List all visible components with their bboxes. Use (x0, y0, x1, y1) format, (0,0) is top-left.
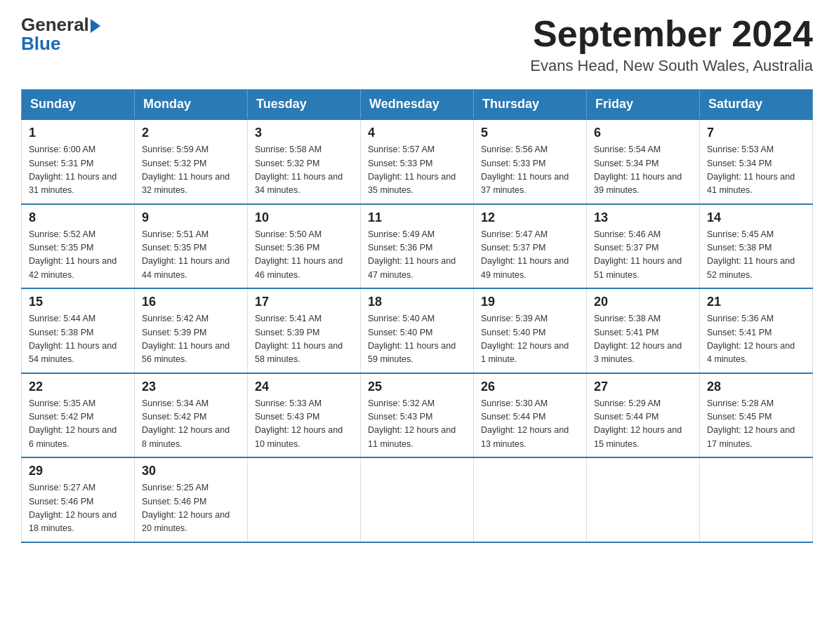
header-saturday: Saturday (700, 90, 813, 120)
day-info: Sunrise: 5:51 AMSunset: 5:35 PMDaylight:… (142, 228, 240, 283)
day-number: 1 (29, 126, 127, 140)
calendar-cell: 11 Sunrise: 5:49 AMSunset: 5:36 PMDaylig… (361, 204, 474, 289)
day-info: Sunrise: 5:58 AMSunset: 5:32 PMDaylight:… (255, 143, 353, 198)
header-thursday: Thursday (474, 90, 587, 120)
day-number: 28 (707, 380, 805, 394)
day-info: Sunrise: 5:34 AMSunset: 5:42 PMDaylight:… (142, 397, 240, 452)
calendar-cell (700, 457, 813, 542)
calendar-cell: 1 Sunrise: 6:00 AMSunset: 5:31 PMDayligh… (22, 119, 135, 204)
day-info: Sunrise: 5:50 AMSunset: 5:36 PMDaylight:… (255, 228, 353, 283)
logo-arrow-icon (91, 19, 100, 33)
calendar-header-row: Sunday Monday Tuesday Wednesday Thursday… (22, 90, 813, 120)
logo: General Blue (21, 14, 100, 55)
day-info: Sunrise: 5:28 AMSunset: 5:45 PMDaylight:… (707, 397, 805, 452)
calendar-cell: 25 Sunrise: 5:32 AMSunset: 5:43 PMDaylig… (361, 373, 474, 458)
day-info: Sunrise: 5:27 AMSunset: 5:46 PMDaylight:… (29, 481, 127, 536)
day-info: Sunrise: 5:25 AMSunset: 5:46 PMDaylight:… (142, 481, 240, 536)
calendar-cell (474, 457, 587, 542)
calendar-cell: 6 Sunrise: 5:54 AMSunset: 5:34 PMDayligh… (587, 119, 700, 204)
calendar-cell: 19 Sunrise: 5:39 AMSunset: 5:40 PMDaylig… (474, 288, 587, 373)
calendar-cell: 13 Sunrise: 5:46 AMSunset: 5:37 PMDaylig… (587, 204, 700, 289)
calendar-week-5: 29 Sunrise: 5:27 AMSunset: 5:46 PMDaylig… (22, 457, 813, 542)
calendar-cell: 21 Sunrise: 5:36 AMSunset: 5:41 PMDaylig… (700, 288, 813, 373)
calendar-cell: 14 Sunrise: 5:45 AMSunset: 5:38 PMDaylig… (700, 204, 813, 289)
day-info: Sunrise: 5:33 AMSunset: 5:43 PMDaylight:… (255, 397, 353, 452)
day-info: Sunrise: 5:35 AMSunset: 5:42 PMDaylight:… (29, 397, 127, 452)
day-info: Sunrise: 5:42 AMSunset: 5:39 PMDaylight:… (142, 312, 240, 367)
header-sunday: Sunday (22, 90, 135, 120)
day-number: 14 (707, 210, 805, 225)
day-info: Sunrise: 6:00 AMSunset: 5:31 PMDaylight:… (29, 143, 127, 198)
calendar-cell: 22 Sunrise: 5:35 AMSunset: 5:42 PMDaylig… (22, 373, 135, 458)
day-number: 23 (142, 380, 240, 394)
calendar-cell: 9 Sunrise: 5:51 AMSunset: 5:35 PMDayligh… (135, 204, 248, 289)
day-info: Sunrise: 5:56 AMSunset: 5:33 PMDaylight:… (481, 143, 579, 198)
day-number: 5 (481, 126, 579, 140)
day-number: 19 (481, 295, 579, 309)
day-number: 11 (368, 210, 466, 225)
calendar-cell (248, 457, 361, 542)
day-info: Sunrise: 5:59 AMSunset: 5:32 PMDaylight:… (142, 143, 240, 198)
day-info: Sunrise: 5:52 AMSunset: 5:35 PMDaylight:… (29, 228, 127, 283)
day-number: 20 (594, 295, 692, 309)
calendar-cell: 12 Sunrise: 5:47 AMSunset: 5:37 PMDaylig… (474, 204, 587, 289)
day-info: Sunrise: 5:54 AMSunset: 5:34 PMDaylight:… (594, 143, 692, 198)
day-info: Sunrise: 5:45 AMSunset: 5:38 PMDaylight:… (707, 228, 805, 283)
day-info: Sunrise: 5:29 AMSunset: 5:44 PMDaylight:… (594, 397, 692, 452)
calendar-cell: 30 Sunrise: 5:25 AMSunset: 5:46 PMDaylig… (135, 457, 248, 542)
header-tuesday: Tuesday (248, 90, 361, 120)
day-number: 6 (594, 126, 692, 140)
day-info: Sunrise: 5:44 AMSunset: 5:38 PMDaylight:… (29, 312, 127, 367)
calendar-week-1: 1 Sunrise: 6:00 AMSunset: 5:31 PMDayligh… (22, 119, 813, 204)
day-info: Sunrise: 5:47 AMSunset: 5:37 PMDaylight:… (481, 228, 579, 283)
month-year-title: September 2024 (530, 14, 813, 54)
calendar-table: Sunday Monday Tuesday Wednesday Thursday… (21, 89, 813, 543)
day-number: 3 (255, 126, 353, 140)
day-info: Sunrise: 5:30 AMSunset: 5:44 PMDaylight:… (481, 397, 579, 452)
day-number: 29 (29, 464, 127, 478)
day-info: Sunrise: 5:40 AMSunset: 5:40 PMDaylight:… (368, 312, 466, 367)
day-number: 25 (368, 380, 466, 394)
title-section: September 2024 Evans Head, New South Wal… (530, 14, 813, 75)
day-number: 30 (142, 464, 240, 478)
calendar-cell: 20 Sunrise: 5:38 AMSunset: 5:41 PMDaylig… (587, 288, 700, 373)
day-number: 13 (594, 210, 692, 225)
day-info: Sunrise: 5:57 AMSunset: 5:33 PMDaylight:… (368, 143, 466, 198)
day-info: Sunrise: 5:53 AMSunset: 5:34 PMDaylight:… (707, 143, 805, 198)
location-subtitle: Evans Head, New South Wales, Australia (530, 57, 813, 75)
calendar-cell: 7 Sunrise: 5:53 AMSunset: 5:34 PMDayligh… (700, 119, 813, 204)
day-number: 17 (255, 295, 353, 309)
day-number: 8 (29, 210, 127, 225)
calendar-cell: 26 Sunrise: 5:30 AMSunset: 5:44 PMDaylig… (474, 373, 587, 458)
day-number: 9 (142, 210, 240, 225)
day-info: Sunrise: 5:32 AMSunset: 5:43 PMDaylight:… (368, 397, 466, 452)
logo-blue-text: Blue (21, 33, 60, 55)
day-info: Sunrise: 5:46 AMSunset: 5:37 PMDaylight:… (594, 228, 692, 283)
day-number: 15 (29, 295, 127, 309)
day-info: Sunrise: 5:36 AMSunset: 5:41 PMDaylight:… (707, 312, 805, 367)
calendar-cell: 4 Sunrise: 5:57 AMSunset: 5:33 PMDayligh… (361, 119, 474, 204)
calendar-cell: 24 Sunrise: 5:33 AMSunset: 5:43 PMDaylig… (248, 373, 361, 458)
calendar-cell: 29 Sunrise: 5:27 AMSunset: 5:46 PMDaylig… (22, 457, 135, 542)
day-number: 26 (481, 380, 579, 394)
day-number: 22 (29, 380, 127, 394)
calendar-cell (587, 457, 700, 542)
day-number: 24 (255, 380, 353, 394)
day-info: Sunrise: 5:38 AMSunset: 5:41 PMDaylight:… (594, 312, 692, 367)
day-number: 7 (707, 126, 805, 140)
day-number: 21 (707, 295, 805, 309)
day-info: Sunrise: 5:49 AMSunset: 5:36 PMDaylight:… (368, 228, 466, 283)
day-number: 10 (255, 210, 353, 225)
page-header: General Blue September 2024 Evans Head, … (21, 14, 813, 75)
calendar-cell: 3 Sunrise: 5:58 AMSunset: 5:32 PMDayligh… (248, 119, 361, 204)
calendar-cell: 28 Sunrise: 5:28 AMSunset: 5:45 PMDaylig… (700, 373, 813, 458)
calendar-cell: 18 Sunrise: 5:40 AMSunset: 5:40 PMDaylig… (361, 288, 474, 373)
calendar-week-4: 22 Sunrise: 5:35 AMSunset: 5:42 PMDaylig… (22, 373, 813, 458)
calendar-week-3: 15 Sunrise: 5:44 AMSunset: 5:38 PMDaylig… (22, 288, 813, 373)
day-number: 16 (142, 295, 240, 309)
header-friday: Friday (587, 90, 700, 120)
calendar-week-2: 8 Sunrise: 5:52 AMSunset: 5:35 PMDayligh… (22, 204, 813, 289)
header-monday: Monday (135, 90, 248, 120)
calendar-cell (361, 457, 474, 542)
day-info: Sunrise: 5:41 AMSunset: 5:39 PMDaylight:… (255, 312, 353, 367)
